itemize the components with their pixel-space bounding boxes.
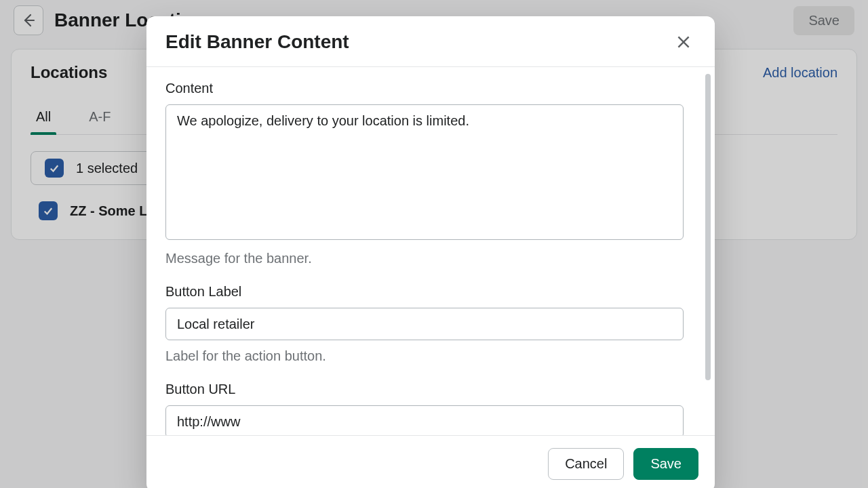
field-content: Content Message for the banner. (165, 81, 696, 266)
content-help: Message for the banner. (165, 251, 696, 266)
content-label: Content (165, 81, 696, 96)
field-button-label: Button Label Label for the action button… (165, 284, 696, 364)
button-url-label: Button URL (165, 382, 696, 397)
save-button[interactable]: Save (633, 448, 698, 480)
edit-banner-modal: Edit Banner Content Content Message for … (146, 16, 715, 488)
button-label-help: Label for the action button. (165, 348, 696, 364)
cancel-button[interactable]: Cancel (548, 448, 624, 480)
modal-header: Edit Banner Content (146, 16, 715, 67)
modal-body-wrap: Content Message for the banner. Button L… (146, 67, 715, 435)
modal-footer: Cancel Save (146, 435, 715, 488)
modal-body: Content Message for the banner. Button L… (146, 67, 715, 435)
content-textarea[interactable] (165, 104, 684, 240)
scrollbar-thumb[interactable] (705, 74, 711, 380)
button-label-label: Button Label (165, 284, 696, 300)
button-url-input[interactable] (165, 405, 684, 435)
modal-title: Edit Banner Content (165, 31, 349, 53)
close-icon (675, 33, 692, 51)
field-button-url: Button URL (165, 382, 696, 435)
button-label-input[interactable] (165, 308, 684, 340)
close-button[interactable] (671, 30, 696, 54)
